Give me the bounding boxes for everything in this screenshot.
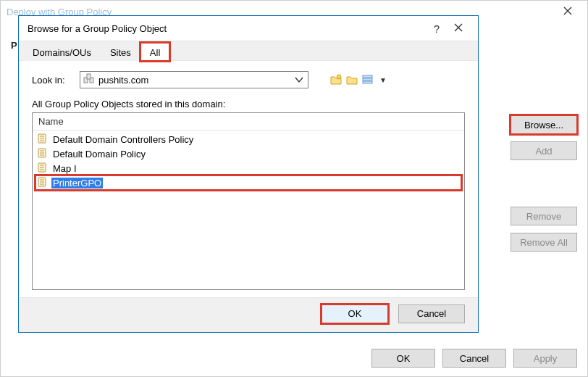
gpo-item[interactable]: Default Domain Policy: [35, 146, 461, 161]
gpo-item-selected[interactable]: PrinterGPO: [35, 175, 461, 190]
deploy-apply-label: Apply: [534, 353, 558, 364]
deploy-gp-window: Deploy with Group Policy P Browse... Add…: [0, 0, 588, 377]
add-button-label: Add: [535, 146, 552, 157]
gpo-scroll-icon: [37, 176, 47, 190]
spacer: [511, 167, 577, 199]
gpo-item[interactable]: Default Domain Controllers Policy: [35, 132, 461, 146]
gpo-item-label: Default Domain Policy: [51, 149, 147, 160]
browse-gpo-dialog: Browse for a Group Policy Object ? Domai…: [18, 15, 479, 333]
domain-icon: [83, 73, 94, 86]
browse-gpo-footer: OK Cancel: [19, 297, 478, 332]
close-icon: [563, 7, 572, 17]
tab-domains-ous[interactable]: Domains/OUs: [23, 43, 101, 61]
tab-label: Domains/OUs: [33, 47, 91, 58]
gpo-item-label: Map I: [51, 163, 78, 174]
deploy-gp-close-button[interactable]: [554, 3, 581, 20]
remove-button-label: Remove: [526, 211, 561, 222]
gpo-scroll-icon: [37, 147, 47, 161]
gpo-listview[interactable]: Name Default Domain Controllers Policy D…: [32, 112, 465, 290]
left-truncated-label: P: [11, 40, 17, 51]
browse-cancel-label: Cancel: [417, 308, 446, 319]
deploy-gp-side-buttons: Browse... Add Remove Remove All: [511, 115, 577, 252]
deploy-cancel-label: Cancel: [460, 353, 489, 364]
close-icon: [454, 23, 463, 34]
add-button[interactable]: Add: [511, 141, 577, 160]
deploy-ok-label: OK: [397, 353, 411, 364]
browse-button-label: Browse...: [524, 120, 563, 130]
gpo-column-header[interactable]: Name: [33, 113, 464, 130]
gpo-item-label: Default Domain Controllers Policy: [51, 134, 195, 145]
browse-gpo-title: Browse for a Group Policy Object: [28, 23, 426, 34]
remove-button[interactable]: Remove: [511, 207, 577, 225]
browse-button[interactable]: Browse...: [511, 115, 577, 134]
browse-gpo-panel: Look in: pushits.com ▼ All Group Policy …: [19, 61, 478, 297]
gpo-scroll-icon: [37, 133, 47, 146]
lookin-label: Look in:: [32, 75, 74, 86]
browse-ok-label: OK: [348, 308, 362, 319]
chevron-down-icon: [293, 74, 305, 86]
gpo-item[interactable]: Map I: [35, 161, 461, 175]
deploy-apply-button[interactable]: Apply: [513, 349, 577, 368]
folder-icon[interactable]: [346, 74, 358, 86]
deploy-cancel-button[interactable]: Cancel: [442, 349, 506, 368]
deploy-ok-button[interactable]: OK: [371, 349, 435, 368]
tab-label: Sites: [110, 47, 131, 58]
deploy-gp-bottom-buttons: OK Cancel Apply: [371, 349, 577, 368]
gpo-item-label: PrinterGPO: [51, 178, 103, 188]
remove-all-button[interactable]: Remove All: [511, 233, 577, 252]
browse-gpo-tabstrip: Domains/OUs Sites All: [19, 41, 478, 61]
lookin-toolbar: ▼: [330, 74, 387, 86]
browse-gpo-help-button[interactable]: ?: [426, 22, 448, 35]
gpo-list-label: All Group Policy Objects stored in this …: [32, 99, 465, 109]
lookin-value: pushits.com: [98, 75, 148, 86]
browse-gpo-titlebar: Browse for a Group Policy Object ?: [19, 16, 478, 41]
gpo-scroll-icon: [37, 162, 47, 175]
lookin-combobox[interactable]: pushits.com: [80, 71, 308, 88]
browse-cancel-button[interactable]: Cancel: [398, 304, 465, 323]
tab-all[interactable]: All: [140, 43, 169, 61]
dropdown-icon[interactable]: ▼: [378, 76, 387, 84]
browse-gpo-close-button[interactable]: [448, 23, 469, 34]
tab-label: All: [150, 47, 160, 58]
gpo-column-name: Name: [38, 116, 64, 127]
tab-sites[interactable]: Sites: [101, 43, 140, 61]
remove-all-button-label: Remove All: [520, 237, 568, 248]
lookin-row: Look in: pushits.com ▼: [32, 71, 465, 88]
gpo-items: Default Domain Controllers Policy Defaul…: [33, 130, 464, 191]
browse-ok-button[interactable]: OK: [322, 304, 388, 323]
new-gpo-icon[interactable]: [330, 74, 342, 86]
details-view-icon[interactable]: [362, 74, 374, 86]
